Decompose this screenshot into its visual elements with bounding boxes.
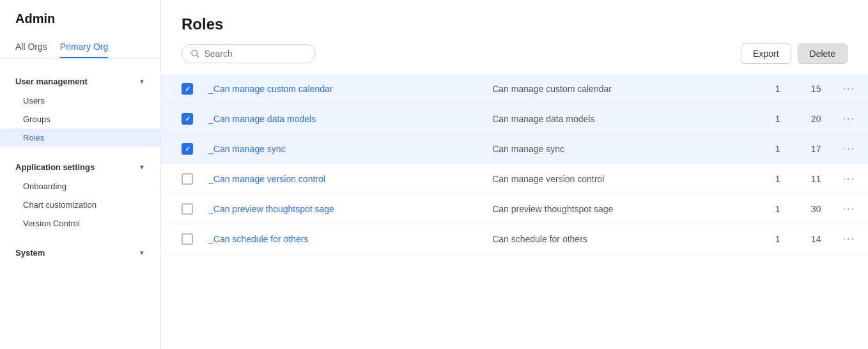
section-label-system: System <box>15 248 45 258</box>
section-user-management: User management ▼ Users Groups Roles <box>0 64 160 150</box>
checkbox-cell[interactable] <box>161 224 201 254</box>
role-description: Can schedule for others <box>484 224 759 254</box>
checkbox[interactable] <box>182 233 193 245</box>
section-system: System ▼ <box>0 235 160 265</box>
checkbox-cell[interactable]: ✓ <box>161 74 201 104</box>
role-name[interactable]: _Can manage data models <box>201 104 484 134</box>
sidebar-item-roles[interactable]: Roles <box>0 128 160 147</box>
table-row: _Can schedule for othersCan schedule for… <box>161 224 868 254</box>
main-content: Roles Export Delete ✓_Can manage custom … <box>161 0 868 349</box>
table-row: _Can manage version controlCan manage ve… <box>161 164 868 194</box>
section-header-system[interactable]: System ▼ <box>0 243 160 263</box>
role-description: Can manage custom calendar <box>484 74 759 104</box>
role-col4: 20 <box>797 104 835 134</box>
export-button[interactable]: Export <box>741 43 791 64</box>
sidebar-item-chart-customization[interactable]: Chart customization <box>0 196 160 214</box>
checkbox[interactable]: ✓ <box>182 83 193 95</box>
more-options-cell[interactable]: ··· <box>835 164 868 194</box>
more-options-button[interactable]: ··· <box>843 83 855 95</box>
role-col3: 1 <box>759 104 797 134</box>
roles-table-container: ✓_Can manage custom calendarCan manage c… <box>161 74 868 254</box>
more-options-button[interactable]: ··· <box>843 173 855 185</box>
checkbox-cell[interactable] <box>161 194 201 224</box>
more-options-cell[interactable]: ··· <box>835 134 868 164</box>
roles-table: ✓_Can manage custom calendarCan manage c… <box>161 74 868 254</box>
more-options-button[interactable]: ··· <box>843 233 855 245</box>
role-col3: 1 <box>759 164 797 194</box>
search-input[interactable] <box>204 49 306 59</box>
role-name[interactable]: _Can preview thoughtspot sage <box>201 194 484 224</box>
role-name[interactable]: _Can schedule for others <box>201 224 484 254</box>
table-row: ✓_Can manage data modelsCan manage data … <box>161 104 868 134</box>
table-row: ✓_Can manage custom calendarCan manage c… <box>161 74 868 104</box>
sidebar-item-groups[interactable]: Groups <box>0 110 160 128</box>
section-header-application-settings[interactable]: Application settings ▼ <box>0 157 160 177</box>
more-options-button[interactable]: ··· <box>843 113 855 125</box>
checkbox-cell[interactable] <box>161 164 201 194</box>
role-col3: 1 <box>759 134 797 164</box>
chevron-application-settings: ▼ <box>139 164 145 171</box>
toolbar-buttons: Export Delete <box>741 43 848 64</box>
section-header-user-management[interactable]: User management ▼ <box>0 72 160 91</box>
section-label-application-settings: Application settings <box>15 162 95 172</box>
checkbox-cell[interactable]: ✓ <box>161 104 201 134</box>
toolbar: Export Delete <box>161 43 868 74</box>
tab-primary-org[interactable]: Primary Org <box>60 36 108 58</box>
role-name[interactable]: _Can manage version control <box>201 164 484 194</box>
main-header: Roles <box>161 0 868 43</box>
role-name[interactable]: _Can manage custom calendar <box>201 74 484 104</box>
role-col4: 17 <box>797 134 835 164</box>
checkmark-icon: ✓ <box>185 146 190 153</box>
role-name[interactable]: _Can manage sync <box>201 134 484 164</box>
role-col4: 11 <box>797 164 835 194</box>
role-col3: 1 <box>759 224 797 254</box>
sidebar-item-onboarding[interactable]: Onboarding <box>0 177 160 196</box>
delete-button[interactable]: Delete <box>798 43 848 64</box>
section-application-settings: Application settings ▼ Onboarding Chart … <box>0 150 160 235</box>
checkbox[interactable]: ✓ <box>182 143 193 155</box>
section-label-user-management: User management <box>15 77 88 86</box>
search-box[interactable] <box>182 44 316 63</box>
sidebar: Admin All Orgs Primary Org User manageme… <box>0 0 161 349</box>
table-row: _Can preview thoughtspot sageCan preview… <box>161 194 868 224</box>
checkbox[interactable] <box>182 203 193 215</box>
svg-line-1 <box>197 56 199 58</box>
role-description: Can manage version control <box>484 164 759 194</box>
role-description: Can preview thoughtspot sage <box>484 194 759 224</box>
more-options-cell[interactable]: ··· <box>835 104 868 134</box>
role-description: Can manage sync <box>484 134 759 164</box>
role-col4: 15 <box>797 74 835 104</box>
more-options-button[interactable]: ··· <box>843 143 855 155</box>
checkmark-icon: ✓ <box>185 86 190 93</box>
checkbox[interactable] <box>182 173 193 185</box>
chevron-system: ▼ <box>139 249 145 256</box>
more-options-cell[interactable]: ··· <box>835 74 868 104</box>
checkmark-icon: ✓ <box>185 116 190 123</box>
search-icon <box>191 49 199 58</box>
table-row: ✓_Can manage syncCan manage sync117··· <box>161 134 868 164</box>
tab-all-orgs[interactable]: All Orgs <box>15 36 47 58</box>
sidebar-item-version-control[interactable]: Version Control <box>0 214 160 233</box>
checkbox[interactable]: ✓ <box>182 113 193 125</box>
page-title: Roles <box>182 15 848 33</box>
checkbox-cell[interactable]: ✓ <box>161 134 201 164</box>
role-col3: 1 <box>759 74 797 104</box>
role-col3: 1 <box>759 194 797 224</box>
role-col4: 30 <box>797 194 835 224</box>
org-tabs: All Orgs Primary Org <box>0 36 160 59</box>
more-options-button[interactable]: ··· <box>843 203 855 215</box>
sidebar-item-users[interactable]: Users <box>0 91 160 110</box>
more-options-cell[interactable]: ··· <box>835 194 868 224</box>
chevron-user-management: ▼ <box>139 78 145 85</box>
more-options-cell[interactable]: ··· <box>835 224 868 254</box>
sidebar-admin-label: Admin <box>0 0 160 36</box>
role-col4: 14 <box>797 224 835 254</box>
role-description: Can manage data models <box>484 104 759 134</box>
